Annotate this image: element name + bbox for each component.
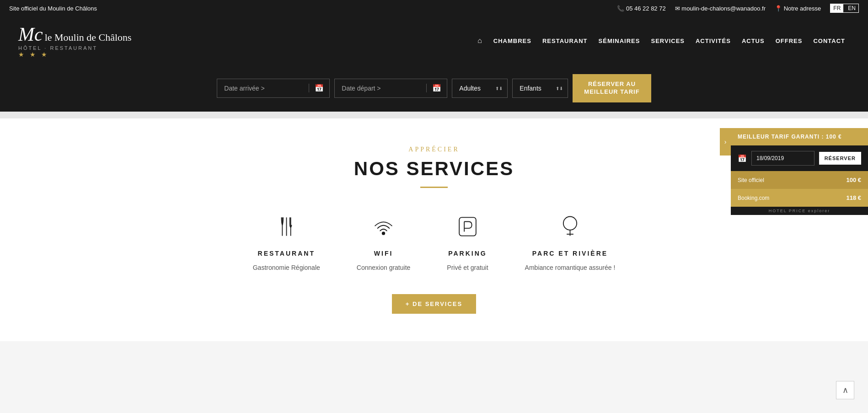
parking-name: PARKING [448,250,487,257]
svg-point-6 [563,217,577,230]
service-parc: PARC ET RIVIÈRE Ambiance romantique assu… [525,211,616,271]
site-name: Site officiel du Moulin de Châlons [9,5,97,12]
price-widget-header: MEILLEUR TARIF GARANTI : 100 € [731,128,868,145]
phone-number[interactable]: 📞 05 46 22 82 72 [617,5,665,12]
lang-fr[interactable]: FR [830,4,843,12]
departure-input[interactable] [335,79,426,97]
arrival-calendar-icon[interactable]: 📅 [309,84,329,92]
nav-restaurant[interactable]: RESTAURANT [538,34,592,48]
children-select[interactable]: Enfants 0 1 2 [513,79,568,97]
site-officiel-label: Site officiel [738,177,764,183]
nav-activites[interactable]: ACTIVITÉS [691,34,735,48]
home-icon: ⌂ [477,37,482,44]
svg-point-4 [382,232,385,235]
logo-monogram: Mc [18,23,43,45]
parking-icon [455,211,480,243]
price-widget-toggle[interactable]: › [720,128,731,156]
more-services-button[interactable]: + DE SERVICES [392,294,476,314]
logo-stars: ★ ★ ★ [18,51,49,58]
hotel-price-explorer-label: HOTEL PRICE explorer [731,207,868,215]
nav-actus[interactable]: ACTUS [737,34,769,48]
service-restaurant: RESTAURANT Gastronomie Régionale [253,211,320,271]
departure-input-wrap: 📅 [334,79,447,98]
nav-home[interactable]: ⌂ [473,33,487,48]
arrival-input-wrap: 📅 [217,79,330,98]
booking-value: 118 € [846,194,861,201]
parc-name: PARC ET RIVIÈRE [532,250,608,257]
address-link[interactable]: 📍 Notre adresse [775,5,821,12]
parking-desc: Privé et gratuit [447,264,488,271]
arrival-input[interactable] [217,79,309,97]
title-divider [420,187,448,188]
lang-switcher[interactable]: FR EN [830,4,859,13]
logo: Mc le Moulin de Châlons HÔTEL · RESTAURA… [18,23,132,58]
services-grid: RESTAURANT Gastronomie Régionale WIFI Co… [18,211,850,271]
service-parking: PARKING Privé et gratuit [447,211,488,271]
parc-desc: Ambiance romantique assurée ! [525,264,616,271]
site-officiel-value: 100 € [846,177,861,183]
booking-label: Booking.com [738,195,769,201]
nav-chambres[interactable]: CHAMBRES [489,34,536,48]
separator [0,112,868,118]
logo-subtitle: HÔTEL · RESTAURANT [18,45,97,51]
restaurant-desc: Gastronomie Régionale [253,264,320,271]
email-link[interactable]: ✉ moulin-de-chalons@wanadoo.fr [675,5,766,12]
svg-rect-5 [459,218,476,236]
service-wifi: WIFI Connexion gratuite [357,211,411,271]
adults-select-wrap: Adultes 1 2 3 4 [452,79,508,98]
wifi-desc: Connexion gratuite [357,264,411,271]
lang-en[interactable]: EN [845,4,858,12]
section-title: NOS SERVICES [18,158,850,180]
adults-select[interactable]: Adultes 1 2 3 4 [452,79,507,97]
price-widget-cal-icon: 📅 [738,154,747,163]
booking-button[interactable]: RÉSERVER AU MEILLEUR TARIF [573,74,651,102]
price-widget-body: 📅 18/09/2019 RÉSERVER [731,145,868,171]
main-nav: ⌂ CHAMBRES RESTAURANT SÉMINAIRES SERVICE… [473,33,850,48]
children-select-wrap: Enfants 0 1 2 [512,79,568,98]
nav-contact[interactable]: CONTACT [809,34,850,48]
wifi-name: WIFI [374,250,393,257]
restaurant-name: RESTAURANT [258,250,315,257]
logo-name: le Moulin de Châlons [45,32,132,43]
price-widget-date: 18/09/2019 [751,151,814,166]
price-widget: › MEILLEUR TARIF GARANTI : 100 € 📅 18/09… [731,128,868,215]
nav-services[interactable]: SERVICES [646,34,689,48]
booking-bar: 📅 📅 Adultes 1 2 3 4 Enfants 0 1 2 RÉSERV… [0,65,868,112]
tree-icon [557,211,583,243]
price-row-site-officiel: Site officiel 100 € [731,171,868,189]
departure-calendar-icon[interactable]: 📅 [426,84,447,92]
price-widget-reserve-btn[interactable]: RÉSERVER [819,152,861,165]
nav-offres[interactable]: OFFRES [771,34,807,48]
price-row-booking: Booking.com 118 € [731,189,868,207]
header: Mc le Moulin de Châlons HÔTEL · RESTAURA… [0,16,868,65]
top-bar-right: 📞 05 46 22 82 72 ✉ moulin-de-chalons@wan… [617,4,859,13]
nav-seminaires[interactable]: SÉMINAIRES [594,34,645,48]
top-bar: Site officiel du Moulin de Châlons 📞 05 … [0,0,868,16]
restaurant-icon [274,211,299,243]
wifi-icon [371,211,396,243]
